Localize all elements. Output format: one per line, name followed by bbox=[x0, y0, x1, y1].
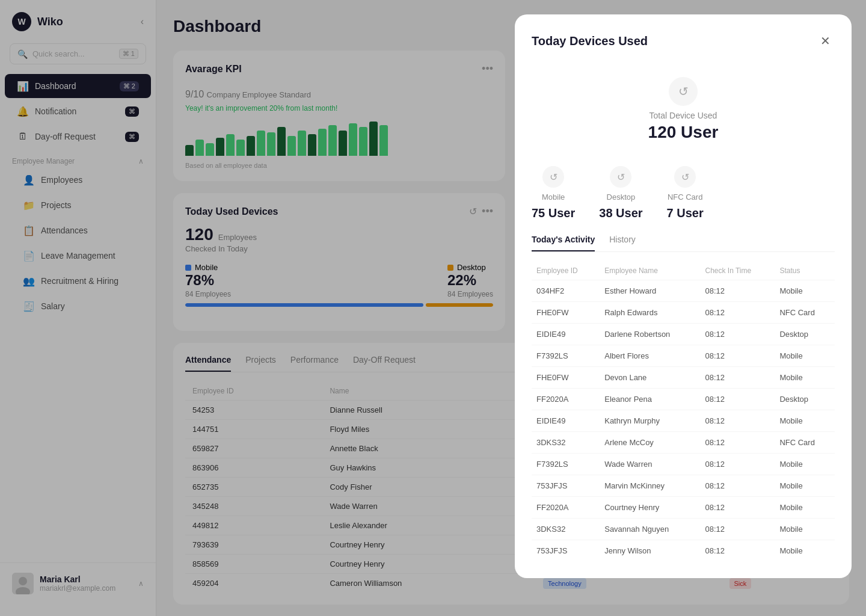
modal-cell-status: Mobile bbox=[775, 280, 835, 302]
modal-cell-name: Ralph Edwards bbox=[600, 302, 700, 324]
desktop-device-type: Desktop bbox=[607, 192, 636, 202]
modal-cell-time: 08:12 bbox=[700, 367, 775, 389]
modal-tabs: Today's Activity History bbox=[532, 235, 835, 252]
modal-cell-status: Mobile bbox=[775, 367, 835, 389]
modal-device-desktop: ↺ Desktop 38 User bbox=[599, 166, 642, 220]
modal-table-row: EIDIE49 Kathryn Murphy 08:12 Mobile bbox=[532, 410, 835, 432]
modal-col-status: Status bbox=[775, 262, 835, 280]
modal-cell-status: Mobile bbox=[775, 345, 835, 367]
modal-cell-time: 08:12 bbox=[700, 410, 775, 432]
modal-cell-time: 08:12 bbox=[700, 302, 775, 324]
modal-table-row: FF2020A Courtney Henry 08:12 Mobile bbox=[532, 497, 835, 519]
mobile-device-icon: ↺ bbox=[542, 166, 564, 188]
total-refresh-icon: ↺ bbox=[669, 77, 698, 106]
modal-cell-id: FF2020A bbox=[532, 389, 600, 410]
modal-device-row: ↺ Mobile 75 User ↺ Desktop 38 User ↺ NFC… bbox=[532, 166, 835, 220]
modal-title: Today Devices Used bbox=[532, 34, 648, 48]
modal-tab-history[interactable]: History bbox=[609, 235, 636, 251]
modal-cell-status: Mobile bbox=[775, 540, 835, 562]
modal-cell-status: Desktop bbox=[775, 389, 835, 410]
modal-col-time: Check In Time bbox=[700, 262, 775, 280]
modal-cell-name: Marvin McKinney bbox=[600, 475, 700, 497]
nfc-device-count: 7 User bbox=[667, 206, 704, 220]
modal-cell-id: 753JFJS bbox=[532, 475, 600, 497]
nfc-device-icon: ↺ bbox=[674, 166, 696, 188]
modal-cell-id: F7392LS bbox=[532, 345, 600, 367]
modal-cell-status: Mobile bbox=[775, 519, 835, 540]
modal-device-mobile: ↺ Mobile 75 User bbox=[532, 166, 575, 220]
modal-table-row: F7392LS Wade Warren 08:12 Mobile bbox=[532, 454, 835, 475]
modal-cell-name: Arlene McCoy bbox=[600, 432, 700, 454]
modal-cell-status: Mobile bbox=[775, 410, 835, 432]
modal-cell-name: Wade Warren bbox=[600, 454, 700, 475]
modal-table-row: FF2020A Eleanor Pena 08:12 Desktop bbox=[532, 389, 835, 410]
modal-table-row: EIDIE49 Darlene Robertson 08:12 Desktop bbox=[532, 324, 835, 345]
modal-cell-name: Devon Lane bbox=[600, 367, 700, 389]
modal-cell-name: Kathryn Murphy bbox=[600, 410, 700, 432]
mobile-device-type: Mobile bbox=[542, 192, 565, 202]
modal-summary: ↺ Total Device Used 120 User bbox=[532, 65, 835, 166]
modal-cell-status: Mobile bbox=[775, 475, 835, 497]
modal-table-row: 3DKS32 Arlene McCoy 08:12 NFC Card bbox=[532, 432, 835, 454]
modal-table-row: 3DKS32 Savannah Nguyen 08:12 Mobile bbox=[532, 519, 835, 540]
modal-cell-id: 3DKS32 bbox=[532, 519, 600, 540]
modal-table-row: F7392LS Albert Flores 08:12 Mobile bbox=[532, 345, 835, 367]
modal-cell-id: 3DKS32 bbox=[532, 432, 600, 454]
today-devices-modal: Today Devices Used ✕ ↺ Total Device Used… bbox=[515, 14, 852, 578]
modal-cell-time: 08:12 bbox=[700, 540, 775, 562]
desktop-device-icon: ↺ bbox=[610, 166, 631, 188]
modal-cell-name: Darlene Robertson bbox=[600, 324, 700, 345]
modal-cell-name: Jenny Wilson bbox=[600, 540, 700, 562]
modal-table-row: 034HF2 Esther Howard 08:12 Mobile bbox=[532, 280, 835, 302]
modal-overlay[interactable]: Today Devices Used ✕ ↺ Total Device Used… bbox=[0, 0, 866, 616]
modal-col-id: Employee ID bbox=[532, 262, 600, 280]
modal-table-row: 753JFJS Jenny Wilson 08:12 Mobile bbox=[532, 540, 835, 562]
modal-total-num: 120 User bbox=[648, 123, 719, 142]
modal-cell-time: 08:12 bbox=[700, 280, 775, 302]
modal-cell-time: 08:12 bbox=[700, 324, 775, 345]
modal-activity-table: Employee ID Employee Name Check In Time … bbox=[532, 262, 835, 561]
modal-col-name: Employee Name bbox=[600, 262, 700, 280]
modal-cell-id: F7392LS bbox=[532, 454, 600, 475]
modal-cell-id: FF2020A bbox=[532, 497, 600, 519]
modal-cell-status: Desktop bbox=[775, 324, 835, 345]
mobile-device-count: 75 User bbox=[532, 206, 575, 220]
modal-cell-name: Courtney Henry bbox=[600, 497, 700, 519]
modal-cell-time: 08:12 bbox=[700, 432, 775, 454]
modal-cell-time: 08:12 bbox=[700, 497, 775, 519]
modal-cell-time: 08:12 bbox=[700, 454, 775, 475]
modal-tab-today[interactable]: Today's Activity bbox=[532, 235, 595, 251]
modal-close-button[interactable]: ✕ bbox=[815, 31, 835, 51]
nfc-device-type: NFC Card bbox=[668, 192, 703, 202]
modal-cell-id: FHE0FW bbox=[532, 367, 600, 389]
modal-cell-id: EIDIE49 bbox=[532, 324, 600, 345]
modal-cell-name: Eleanor Pena bbox=[600, 389, 700, 410]
modal-cell-id: 034HF2 bbox=[532, 280, 600, 302]
modal-cell-status: NFC Card bbox=[775, 432, 835, 454]
modal-cell-time: 08:12 bbox=[700, 389, 775, 410]
modal-cell-id: FHE0FW bbox=[532, 302, 600, 324]
modal-cell-status: NFC Card bbox=[775, 302, 835, 324]
modal-cell-name: Albert Flores bbox=[600, 345, 700, 367]
modal-cell-id: EIDIE49 bbox=[532, 410, 600, 432]
modal-header: Today Devices Used ✕ bbox=[532, 31, 835, 51]
modal-cell-id: 753JFJS bbox=[532, 540, 600, 562]
modal-cell-time: 08:12 bbox=[700, 519, 775, 540]
modal-table-row: FHE0FW Ralph Edwards 08:12 NFC Card bbox=[532, 302, 835, 324]
modal-cell-name: Savannah Nguyen bbox=[600, 519, 700, 540]
modal-cell-status: Mobile bbox=[775, 454, 835, 475]
modal-table-row: FHE0FW Devon Lane 08:12 Mobile bbox=[532, 367, 835, 389]
modal-cell-time: 08:12 bbox=[700, 345, 775, 367]
modal-cell-status: Mobile bbox=[775, 497, 835, 519]
modal-device-nfc: ↺ NFC Card 7 User bbox=[667, 166, 704, 220]
modal-cell-time: 08:12 bbox=[700, 475, 775, 497]
modal-table-row: 753JFJS Marvin McKinney 08:12 Mobile bbox=[532, 475, 835, 497]
modal-total-label: Total Device Used bbox=[650, 111, 717, 120]
desktop-device-count: 38 User bbox=[599, 206, 642, 220]
modal-cell-name: Esther Howard bbox=[600, 280, 700, 302]
